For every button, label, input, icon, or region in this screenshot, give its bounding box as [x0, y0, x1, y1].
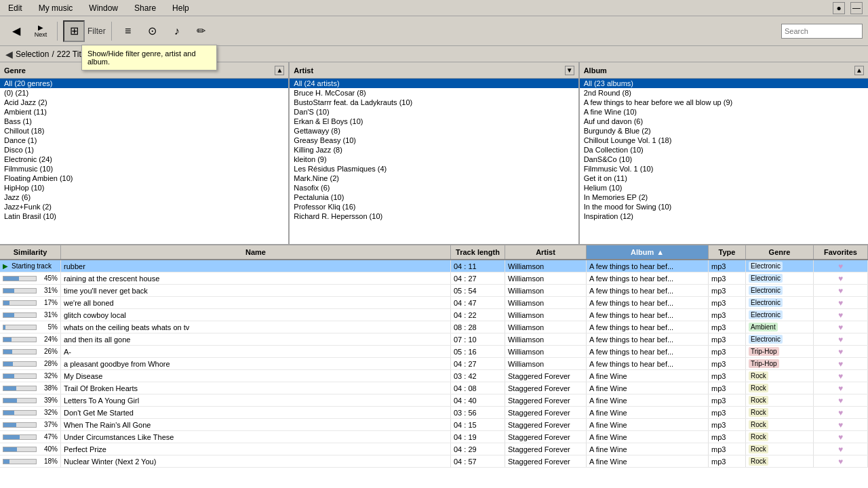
album-item[interactable]: In the mood for Swing (10) [580, 202, 868, 211]
genre-item[interactable]: Chillout (18) [0, 126, 288, 136]
genre-item[interactable]: Filmmusic (10) [0, 164, 288, 174]
genre-item[interactable]: Acid Jazz (2) [0, 98, 288, 107]
heart-icon[interactable]: ♥ [838, 298, 843, 308]
album-item[interactable]: Get it on (11) [580, 174, 868, 183]
table-row[interactable]: 18%Nuclear Winter (Next 2 You)04 : 57Sta… [0, 455, 868, 468]
heart-icon[interactable]: ♥ [838, 408, 843, 418]
artist-item[interactable]: Professor Kliq (16) [290, 202, 578, 211]
album-item[interactable]: Filmmusic Vol. 1 (10) [580, 164, 868, 174]
heart-icon[interactable]: ♥ [838, 445, 843, 454]
table-row[interactable]: 32%My Disease03 : 42Staggered ForeverA f… [0, 370, 868, 382]
artist-item[interactable]: Dan'S (10) [290, 107, 578, 117]
heart-icon[interactable]: ♥ [838, 457, 843, 466]
heart-icon[interactable]: ♥ [838, 286, 843, 296]
col-header-genre[interactable]: Genre [746, 245, 814, 259]
genre-item[interactable]: Jazz+Funk (2) [0, 202, 288, 211]
cell-favorites[interactable]: ♥ [814, 382, 868, 394]
filter-toggle-button[interactable]: ⊞ [63, 20, 85, 42]
audio-button[interactable]: ♪ [166, 20, 188, 42]
menu-share[interactable]: Share [132, 2, 159, 14]
table-row[interactable]: 39%Letters To A Young Girl04 : 40Stagger… [0, 394, 868, 407]
table-row[interactable]: 45%raining at the crescent house04 : 27W… [0, 272, 868, 285]
cell-favorites[interactable]: ♥ [814, 260, 868, 272]
album-item[interactable]: Chillout Lounge Vol. 1 (18) [580, 136, 868, 145]
artist-collapse-btn[interactable]: ▼ [565, 66, 574, 75]
breadcrumb-back-arrow[interactable]: ◀ [5, 49, 13, 60]
menu-mymusic[interactable]: My music [36, 2, 76, 14]
genre-item[interactable]: Floating Ambien (10) [0, 174, 288, 183]
genre-item[interactable]: HipHop (10) [0, 183, 288, 192]
col-header-similarity[interactable]: Similarity [0, 245, 61, 259]
album-item[interactable]: DanS&Co (10) [580, 155, 868, 164]
genre-item[interactable]: Electronic (24) [0, 155, 288, 164]
table-row[interactable]: 5%whats on the ceiling beats whats on tv… [0, 321, 868, 333]
col-header-album[interactable]: Album▲ [587, 245, 709, 259]
genre-item[interactable]: Bass (1) [0, 117, 288, 126]
album-item[interactable]: A fine Wine (10) [580, 107, 868, 117]
menu-window[interactable]: Window [86, 2, 121, 14]
search-input[interactable] [781, 24, 863, 39]
album-item[interactable]: All (23 albums) [580, 79, 868, 88]
table-row[interactable]: 26%A-05 : 16WilliamsonA few things to he… [0, 346, 868, 358]
table-row[interactable]: 40%Perfect Prize04 : 29Staggered Forever… [0, 443, 868, 455]
list-view-button[interactable]: ≡ [117, 20, 139, 42]
cell-favorites[interactable]: ♥ [814, 370, 868, 382]
col-header-tracklength[interactable]: Track length [451, 245, 505, 259]
table-row[interactable]: 38%Trail Of Broken Hearts04 : 08Staggere… [0, 382, 868, 394]
cell-favorites[interactable]: ♥ [814, 321, 868, 333]
artist-item[interactable]: Erkan & El Boys (10) [290, 117, 578, 126]
genre-item[interactable]: Ambient (11) [0, 107, 288, 117]
artist-item[interactable]: All (24 artists) [290, 79, 578, 88]
cover-view-button[interactable]: ⊙ [142, 20, 163, 42]
genre-item[interactable]: (0) (21) [0, 88, 288, 98]
cell-favorites[interactable]: ♥ [814, 419, 868, 430]
table-row[interactable]: ▶Starting trackrubber04 : 11WilliamsonA … [0, 260, 868, 272]
heart-icon[interactable]: ♥ [838, 274, 843, 283]
genre-item[interactable]: Jazz (6) [0, 192, 288, 202]
cell-favorites[interactable]: ♥ [814, 285, 868, 296]
heart-icon[interactable]: ♥ [838, 262, 843, 271]
artist-item[interactable]: Richard R. Hepersson (10) [290, 211, 578, 221]
cell-favorites[interactable]: ♥ [814, 333, 868, 345]
artist-item[interactable]: Les Résidus Plasmiques (4) [290, 164, 578, 174]
cell-favorites[interactable]: ♥ [814, 443, 868, 455]
cell-favorites[interactable]: ♥ [814, 431, 868, 443]
heart-icon[interactable]: ♥ [838, 310, 843, 320]
cell-favorites[interactable]: ♥ [814, 297, 868, 308]
heart-icon[interactable]: ♥ [838, 396, 843, 405]
back-button[interactable]: ◀ [5, 20, 27, 42]
heart-icon[interactable]: ♥ [838, 384, 843, 393]
menu-edit[interactable]: Edit [5, 2, 25, 14]
table-row[interactable]: 37%When The Rain's All Gone04 : 15Stagge… [0, 419, 868, 431]
album-item[interactable]: Burgundy & Blue (2) [580, 126, 868, 136]
album-collapse-btn[interactable]: ▲ [854, 66, 864, 75]
genre-item[interactable]: Dance (1) [0, 136, 288, 145]
cell-favorites[interactable]: ♥ [814, 272, 868, 284]
paint-button[interactable]: ✏ [191, 20, 212, 42]
dark-mode-icon[interactable]: ● [833, 2, 845, 14]
artist-item[interactable]: kleiton (9) [290, 155, 578, 164]
heart-icon[interactable]: ♥ [838, 371, 843, 381]
col-header-favorites[interactable]: Favorites [814, 245, 868, 259]
album-item[interactable]: 2nd Round (8) [580, 88, 868, 98]
heart-icon[interactable]: ♥ [838, 323, 843, 332]
heart-icon[interactable]: ♥ [838, 347, 843, 357]
heart-icon[interactable]: ♥ [838, 359, 843, 369]
table-row[interactable]: 47%Under Circumstances Like These04 : 19… [0, 431, 868, 443]
genre-collapse-btn[interactable]: ▲ [275, 66, 284, 75]
genre-item[interactable]: Latin Brasil (10) [0, 211, 288, 221]
genre-item[interactable]: Disco (1) [0, 145, 288, 155]
table-row[interactable]: 24%and then its all gone07 : 10Williamso… [0, 333, 868, 346]
col-header-artist[interactable]: Artist [505, 245, 587, 259]
table-row[interactable]: 17%we're all boned04 : 47WilliamsonA few… [0, 297, 868, 309]
artist-item[interactable]: Greasy Beasy (10) [290, 136, 578, 145]
artist-item[interactable]: Pectalunia (10) [290, 192, 578, 202]
album-item[interactable]: Inspiration (12) [580, 211, 868, 221]
artist-item[interactable]: Gettawayy (8) [290, 126, 578, 136]
cell-favorites[interactable]: ♥ [814, 358, 868, 369]
cell-favorites[interactable]: ♥ [814, 394, 868, 406]
album-item[interactable]: A few things to hear before we all blow … [580, 98, 868, 107]
artist-item[interactable]: Bruce H. McCosar (8) [290, 88, 578, 98]
heart-icon[interactable]: ♥ [838, 335, 843, 344]
genre-item[interactable]: All (20 genres) [0, 79, 288, 88]
